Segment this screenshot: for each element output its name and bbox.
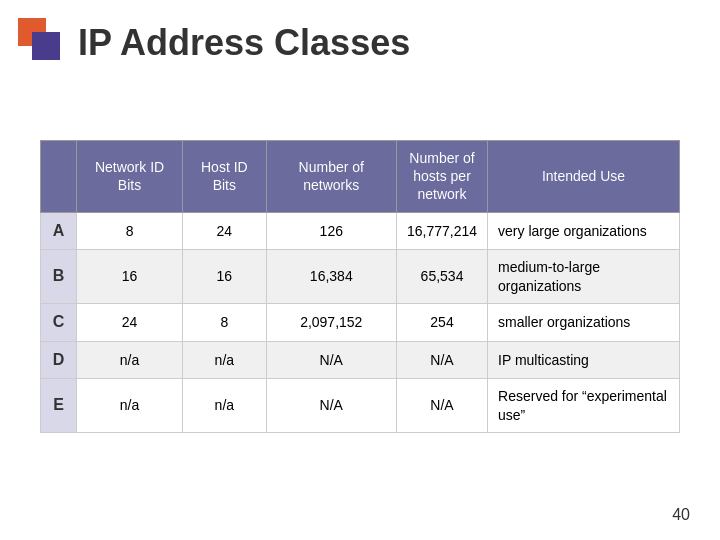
cell-num-networks: 2,097,152	[266, 303, 396, 341]
header-network-id-bits: Network ID Bits	[77, 141, 183, 213]
ip-classes-table-container: Network ID Bits Host ID Bits Number of n…	[40, 140, 680, 433]
cell-host-id-bits: 8	[183, 303, 267, 341]
cell-intended-use: smaller organizations	[488, 303, 680, 341]
cell-num-networks: N/A	[266, 341, 396, 379]
cell-host-id-bits: 16	[183, 250, 267, 303]
page-number: 40	[672, 506, 690, 524]
cell-num-networks: 126	[266, 212, 396, 250]
table-row: Dn/an/aN/AN/AIP multicasting	[41, 341, 680, 379]
cell-intended-use: very large organizations	[488, 212, 680, 250]
cell-hosts-per-network: 65,534	[396, 250, 487, 303]
header-hosts-per-network: Number ofhosts pernetwork	[396, 141, 487, 213]
ip-classes-table: Network ID Bits Host ID Bits Number of n…	[40, 140, 680, 433]
cell-intended-use: medium-to-large organizations	[488, 250, 680, 303]
square-purple	[32, 32, 60, 60]
cell-hosts-per-network: 16,777,214	[396, 212, 487, 250]
cell-network-id-bits: 16	[77, 250, 183, 303]
table-row: B161616,38465,534medium-to-large organiz…	[41, 250, 680, 303]
cell-host-id-bits: 24	[183, 212, 267, 250]
cell-network-id-bits: 8	[77, 212, 183, 250]
header-host-id-bits: Host ID Bits	[183, 141, 267, 213]
table-row: En/an/aN/AN/AReserved for “experimental …	[41, 379, 680, 432]
cell-num-networks: N/A	[266, 379, 396, 432]
table-row: A82412616,777,214very large organization…	[41, 212, 680, 250]
table-row: C2482,097,152254smaller organizations	[41, 303, 680, 341]
cell-host-id-bits: n/a	[183, 379, 267, 432]
cell-intended-use: Reserved for “experimental use”	[488, 379, 680, 432]
cell-network-id-bits: n/a	[77, 341, 183, 379]
decorative-squares	[18, 18, 66, 66]
table-body: A82412616,777,214very large organization…	[41, 212, 680, 432]
table-header-row: Network ID Bits Host ID Bits Number of n…	[41, 141, 680, 213]
cell-network-id-bits: 24	[77, 303, 183, 341]
cell-hosts-per-network: N/A	[396, 341, 487, 379]
cell-class: A	[41, 212, 77, 250]
cell-class: C	[41, 303, 77, 341]
cell-intended-use: IP multicasting	[488, 341, 680, 379]
cell-class: E	[41, 379, 77, 432]
cell-num-networks: 16,384	[266, 250, 396, 303]
cell-class: D	[41, 341, 77, 379]
header-num-networks: Number of networks	[266, 141, 396, 213]
cell-network-id-bits: n/a	[77, 379, 183, 432]
cell-hosts-per-network: 254	[396, 303, 487, 341]
page-title: IP Address Classes	[78, 22, 410, 64]
cell-class: B	[41, 250, 77, 303]
header-class	[41, 141, 77, 213]
cell-hosts-per-network: N/A	[396, 379, 487, 432]
cell-host-id-bits: n/a	[183, 341, 267, 379]
header-intended-use: Intended Use	[488, 141, 680, 213]
